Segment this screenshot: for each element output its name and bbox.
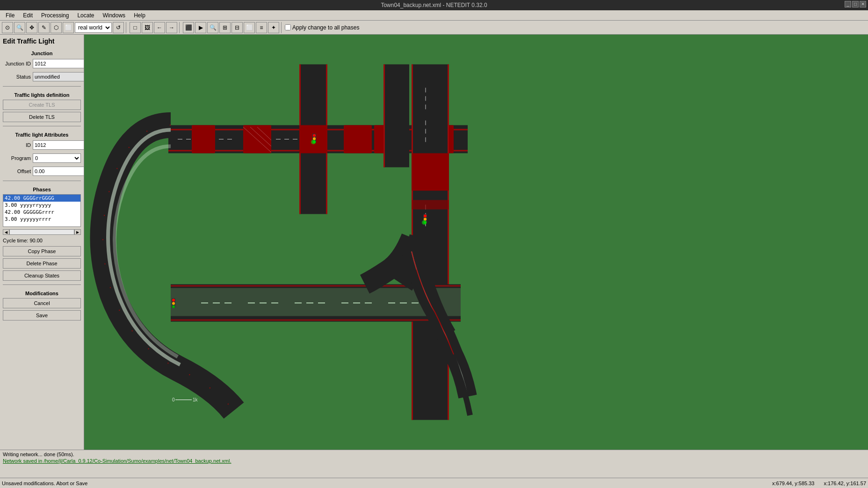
svg-rect-9 [344,125,372,153]
toolbar-btn-15[interactable]: ⊞ [219,22,231,33]
main-content: Edit Traffic Light Junction Junction ID … [0,35,868,450]
phase-row-0[interactable]: 42.00 GGGGrrGGGG [3,195,80,202]
toolbar-btn-19[interactable]: ✦ [268,22,279,33]
toolbar-btn-17[interactable]: ⬜ [244,22,255,33]
apply-all-phases-checkbox[interactable] [285,24,291,30]
save-button[interactable]: Save [3,310,81,320]
menu-edit[interactable]: Edit [19,11,36,20]
toolbar-btn-4[interactable]: ✎ [38,22,50,33]
coord2: x:176.42, y:161.57 [824,481,866,486]
scroll-left-arrow[interactable]: ◀ [3,229,9,235]
toolbar-btn-7[interactable]: ↺ [113,22,124,33]
status-label: Status [3,74,31,80]
phase-row-1[interactable]: 3.00 yyyyrryyyy [3,202,80,209]
toolbar-btn-11[interactable]: → [166,22,177,33]
toolbar-btn-6[interactable]: ⬜ [63,22,74,33]
tl-id-input[interactable] [33,140,84,150]
svg-text:0: 0 [172,397,175,402]
menu-help[interactable]: Help [130,11,149,20]
svg-rect-20 [448,65,449,420]
svg-point-42 [424,215,427,218]
svg-rect-8 [243,125,271,153]
offset-label: Offset [3,168,31,174]
phases-section-label: Phases [3,187,81,192]
svg-rect-16 [383,65,409,168]
id-row: ID [3,140,81,150]
delete-tls-button[interactable]: Delete TLS [3,112,81,122]
program-row: Program 0 [3,153,81,163]
toolbar: ⊙ 🔍 ✥ ✎ ⬡ ⬜ real world metric imperial ↺… [0,21,868,35]
divider-2 [3,126,81,126]
status-line-1: Writing network... done (50ms). [2,451,866,458]
road-network-svg: 0 1k [84,35,868,450]
phase-row-3[interactable]: 3.00 yyyyyyrrrr [3,216,80,223]
menu-windows[interactable]: Windows [99,11,129,20]
scroll-track[interactable] [9,229,74,235]
svg-rect-17 [383,65,385,168]
attributes-section-label: Traffic light Attributes [3,132,81,138]
svg-text:1k: 1k [193,397,198,402]
status-input [33,72,84,81]
toolbar-btn-18[interactable]: ≡ [256,22,267,33]
junction-section-label: Junction [3,51,81,56]
status-row: Status [3,72,81,81]
menu-file[interactable]: File [2,11,18,20]
copy-phase-button[interactable]: Copy Phase [3,246,81,256]
toolbar-btn-12[interactable]: ⬛ [183,22,194,33]
title-bar-controls[interactable]: _ □ ✕ [845,1,866,7]
create-tls-button[interactable]: Create TLS [3,100,81,110]
svg-point-56 [422,220,427,225]
menu-locate[interactable]: Locate [73,11,98,20]
modifications-section-label: Modifications [3,291,81,296]
toolbar-btn-10[interactable]: ← [154,22,165,33]
toolbar-sep-1 [126,22,128,33]
scroll-right-arrow[interactable]: ▶ [74,229,81,235]
minimize-button[interactable]: _ [845,1,851,7]
toolbar-btn-5[interactable]: ⬡ [51,22,62,33]
left-panel: Edit Traffic Light Junction Junction ID … [0,35,84,450]
menu-bar: File Edit Processing Locate Windows Help [0,10,868,21]
toolbar-btn-1[interactable]: ⊙ [2,22,13,33]
toolbar-btn-2[interactable]: 🔍 [14,22,25,33]
toolbar-btn-14[interactable]: 🔍 [207,22,218,33]
close-button[interactable]: ✕ [860,1,866,7]
title-text: Town04_backup.net.xml - NETEDIT 0.32.0 [381,2,487,8]
view-mode-select[interactable]: real world metric imperial [75,22,112,33]
divider-1 [3,86,81,87]
offset-input[interactable] [33,167,84,176]
toolbar-btn-9[interactable]: 🖼 [142,22,153,33]
title-bar: Town04_backup.net.xml - NETEDIT 0.32.0 _… [0,0,868,10]
panel-title: Edit Traffic Light [3,37,81,45]
map-area[interactable]: 0 1k [84,35,868,450]
toolbar-sep-2 [179,22,181,33]
svg-rect-12 [192,125,215,153]
offset-row: Offset [3,167,81,176]
junction-id-label: Junction ID [3,61,31,66]
toolbar-btn-16[interactable]: ⊟ [231,22,243,33]
delete-phase-button[interactable]: Delete Phase [3,258,81,269]
toolbar-btn-8[interactable]: □ [130,22,141,33]
svg-rect-25 [412,153,449,191]
unsaved-status: Unsaved modifications. Abort or Save [2,481,87,486]
maximize-button[interactable]: □ [852,1,859,7]
toolbar-btn-3[interactable]: ✥ [26,22,37,33]
junction-id-input[interactable] [33,59,84,68]
toolbar-sep-3 [281,22,283,33]
tls-section-label: Traffic lights definition [3,92,81,98]
svg-rect-26 [412,200,449,210]
phases-scrollbar: ◀ ▶ [3,229,81,235]
phase-row-2[interactable]: 42.00 GGGGGGrrrr [3,209,80,216]
svg-rect-0 [84,65,868,420]
status-bar-bottom: Unsaved modifications. Abort or Save x:6… [0,478,868,488]
apply-all-phases-label: Apply change to all phases [285,24,359,31]
program-select[interactable]: 0 [33,153,81,163]
phases-list[interactable]: 42.00 GGGGrrGGGG 3.00 yyyyrryyyy 42.00 G… [3,194,81,227]
toolbar-btn-13[interactable]: ▶ [195,22,206,33]
cleanup-states-button[interactable]: Cleanup States [3,270,81,281]
svg-point-47 [172,302,175,305]
menu-processing[interactable]: Processing [37,11,72,20]
svg-point-38 [313,134,316,137]
cancel-button[interactable]: Cancel [3,298,81,308]
svg-rect-29 [171,320,461,321]
status-line-2-text: Network saved in /home/jl/Carla_0.9.12/C… [3,458,231,464]
